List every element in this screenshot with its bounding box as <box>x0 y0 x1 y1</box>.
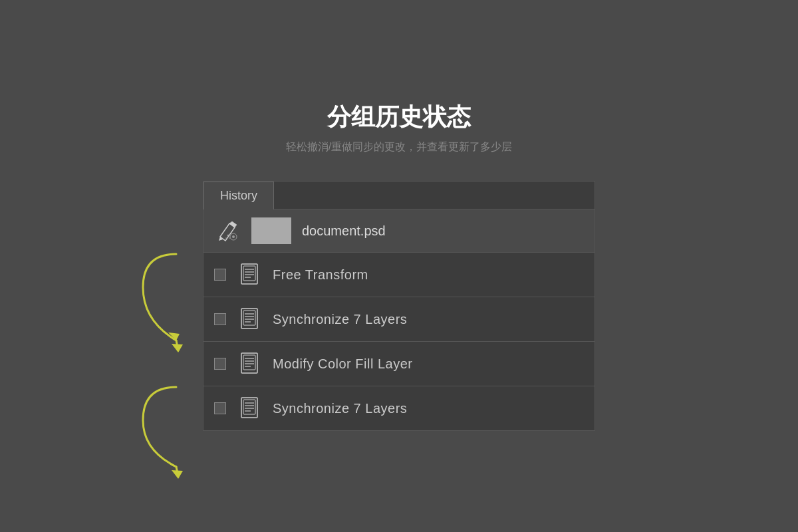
main-title: 分组历史状态 <box>286 101 512 134</box>
svg-rect-17 <box>243 311 255 325</box>
arrows-container <box>116 234 196 487</box>
item-checkbox[interactable] <box>214 358 226 370</box>
document-name: document.psd <box>302 223 386 239</box>
svg-point-8 <box>225 237 227 239</box>
item-checkbox[interactable] <box>214 402 226 414</box>
sub-title: 轻松撤消/重做同步的更改，并查看更新了多少层 <box>286 140 512 154</box>
history-panel: History <box>203 181 595 431</box>
history-item[interactable]: Free Transform <box>203 253 595 297</box>
layer-icon <box>237 351 262 376</box>
layer-icon <box>237 396 262 421</box>
layer-icon <box>237 262 262 287</box>
item-label: Synchronize 7 Layers <box>273 401 407 416</box>
svg-rect-11 <box>243 266 255 281</box>
svg-point-7 <box>227 235 229 237</box>
brush-icon <box>214 217 241 244</box>
history-item[interactable]: Synchronize 7 Layers <box>203 297 595 342</box>
layer-icon <box>237 307 262 332</box>
document-thumbnail <box>251 217 291 244</box>
page-header: 分组历史状态 轻松撤消/重做同步的更改，并查看更新了多少层 <box>286 101 512 154</box>
annotation-arrows <box>116 234 196 487</box>
history-item[interactable]: Synchronize 7 Layers <box>203 386 595 430</box>
document-row[interactable]: document.psd <box>203 209 595 253</box>
svg-rect-23 <box>243 355 255 370</box>
item-checkbox[interactable] <box>214 313 226 325</box>
item-label: Synchronize 7 Layers <box>273 312 407 327</box>
item-label: Free Transform <box>273 267 368 283</box>
tab-row: History <box>203 182 595 209</box>
svg-marker-4 <box>172 470 183 479</box>
svg-point-6 <box>232 235 235 238</box>
history-item[interactable]: Modify Color Fill Layer <box>203 342 595 386</box>
item-label: Modify Color Fill Layer <box>273 356 412 372</box>
svg-rect-29 <box>243 400 255 414</box>
svg-point-9 <box>229 237 230 239</box>
item-checkbox[interactable] <box>214 269 226 281</box>
history-tab[interactable]: History <box>203 182 274 209</box>
content-area: History <box>203 181 595 431</box>
svg-marker-2 <box>172 344 183 352</box>
